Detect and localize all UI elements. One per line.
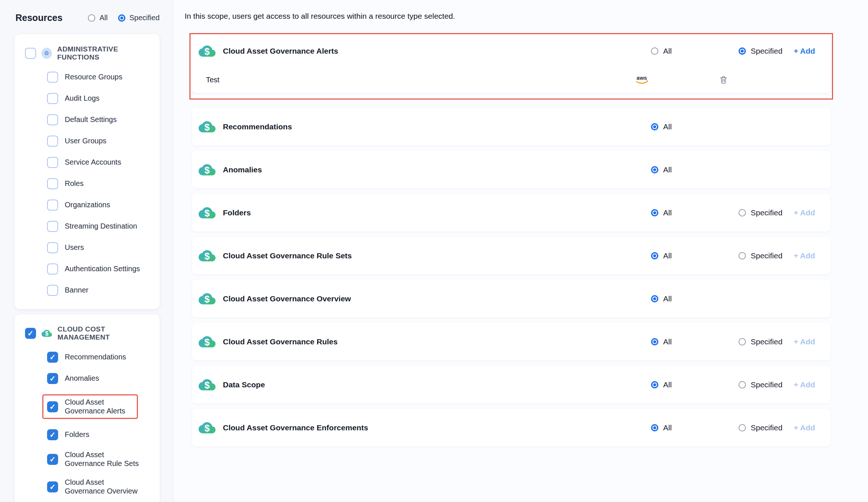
sidebar-item[interactable]: Roles bbox=[47, 178, 154, 189]
all-radio[interactable] bbox=[651, 123, 658, 130]
svg-text:$: $ bbox=[45, 330, 49, 337]
add-button[interactable]: + Add bbox=[794, 337, 815, 346]
all-radio[interactable] bbox=[651, 166, 658, 173]
sidebar-item[interactable]: ✓Anomalies bbox=[47, 373, 154, 384]
section-checkbox[interactable] bbox=[25, 48, 36, 59]
item-checkbox[interactable] bbox=[47, 178, 58, 189]
resource-title: Cloud Asset Governance Overview bbox=[223, 294, 351, 303]
row-scope-all[interactable]: All bbox=[651, 423, 672, 432]
specified-radio[interactable] bbox=[739, 424, 746, 431]
add-button[interactable]: + Add bbox=[794, 251, 815, 260]
row-scope-specified[interactable]: Specified bbox=[739, 337, 782, 346]
sidebar-item[interactable]: ✓Recommendations bbox=[47, 352, 154, 363]
add-button[interactable]: + Add bbox=[794, 380, 815, 389]
resources-scope-specified[interactable]: Specified bbox=[118, 14, 160, 22]
cloud-dollar-icon: $ bbox=[199, 43, 216, 60]
resource-row: $FoldersAllSpecified+ Add bbox=[192, 194, 830, 232]
sidebar-item[interactable]: Authentication Settings bbox=[47, 263, 154, 275]
specified-radio[interactable] bbox=[739, 252, 746, 259]
aws-provider-icon: aws bbox=[633, 73, 651, 86]
sidebar-item-highlighted[interactable]: ✓Cloud Asset Governance Alerts bbox=[42, 394, 138, 419]
row-scope-all[interactable]: All bbox=[651, 47, 672, 55]
item-checkbox[interactable] bbox=[47, 72, 58, 83]
all-radio-label: All bbox=[663, 294, 672, 303]
row-scope-specified[interactable]: Specified bbox=[739, 380, 782, 389]
item-checkbox[interactable]: ✓ bbox=[47, 401, 58, 412]
row-scope-all[interactable]: All bbox=[651, 294, 672, 303]
specified-radio[interactable] bbox=[739, 338, 746, 345]
item-checkbox[interactable]: ✓ bbox=[47, 429, 58, 440]
sidebar-item[interactable]: Users bbox=[47, 242, 154, 253]
svg-text:$: $ bbox=[204, 46, 210, 57]
specified-radio-label: Specified bbox=[751, 251, 782, 260]
all-radio[interactable] bbox=[651, 209, 658, 216]
all-radio[interactable] bbox=[651, 424, 658, 431]
item-checkbox[interactable] bbox=[47, 200, 58, 211]
item-label: Cloud Asset Governance Rule Sets bbox=[65, 451, 140, 468]
sidebar-item[interactable]: ✓Folders bbox=[47, 429, 154, 440]
row-scope-specified[interactable]: Specified bbox=[739, 251, 782, 260]
add-button[interactable]: + Add bbox=[794, 208, 815, 217]
resources-scope-all[interactable]: All bbox=[88, 14, 107, 22]
item-checkbox[interactable] bbox=[47, 221, 58, 232]
item-checkbox[interactable] bbox=[47, 136, 58, 147]
all-radio[interactable] bbox=[651, 338, 658, 345]
specified-radio[interactable] bbox=[739, 47, 746, 55]
all-radio[interactable] bbox=[88, 14, 95, 22]
resource-row: $Cloud Asset Governance Rule SetsAllSpec… bbox=[192, 237, 830, 275]
delete-entry-button[interactable] bbox=[719, 75, 728, 85]
resources-header: Resources All Specified bbox=[0, 0, 173, 23]
item-label: Cloud Asset Governance Overview bbox=[65, 478, 140, 495]
specified-radio[interactable] bbox=[739, 209, 746, 216]
sidebar-item[interactable]: Resource Groups bbox=[47, 72, 154, 83]
sidebar-item[interactable]: ✓Cloud Asset Governance Rule Sets bbox=[47, 451, 154, 468]
all-radio[interactable] bbox=[651, 47, 658, 55]
all-radio[interactable] bbox=[651, 381, 658, 388]
item-checkbox[interactable] bbox=[47, 114, 58, 125]
sidebar-item[interactable]: Organizations bbox=[47, 200, 154, 211]
item-checkbox[interactable]: ✓ bbox=[47, 352, 58, 363]
item-checkbox[interactable]: ✓ bbox=[47, 454, 58, 465]
row-scope-all[interactable]: All bbox=[651, 165, 672, 174]
trash-icon bbox=[719, 75, 728, 85]
row-scope-all[interactable]: All bbox=[651, 122, 672, 131]
section-header: ✓$CLOUD COST MANAGEMENT bbox=[25, 325, 154, 341]
item-checkbox[interactable] bbox=[47, 242, 58, 253]
all-radio[interactable] bbox=[651, 295, 658, 302]
specified-radio-label: Specified bbox=[751, 208, 782, 217]
item-checkbox[interactable]: ✓ bbox=[47, 373, 58, 384]
sidebar-item[interactable]: Service Accounts bbox=[47, 157, 154, 168]
row-scope-specified[interactable]: Specified bbox=[739, 423, 782, 432]
resource-title: Cloud Asset Governance Alerts bbox=[223, 47, 338, 55]
sidebar-item[interactable]: Banner bbox=[47, 285, 154, 296]
item-checkbox[interactable] bbox=[47, 93, 58, 104]
sidebar-item[interactable]: ✓Cloud Asset Governance Overview bbox=[47, 478, 154, 495]
sidebar-item[interactable]: User Groups bbox=[47, 136, 154, 147]
item-checkbox[interactable] bbox=[47, 285, 58, 296]
all-radio[interactable] bbox=[651, 252, 658, 259]
section-checkbox[interactable]: ✓ bbox=[25, 328, 36, 339]
row-scope-all[interactable]: All bbox=[651, 380, 672, 389]
sidebar-item[interactable]: Audit Logs bbox=[47, 93, 154, 104]
resource-row-card: $Cloud Asset Governance OverviewAll bbox=[192, 280, 830, 318]
resource-row: $AnomaliesAll bbox=[192, 151, 830, 189]
add-button[interactable]: + Add bbox=[794, 47, 815, 55]
sidebar-item[interactable]: Default Settings bbox=[47, 114, 154, 125]
resources-sidebar: Resources All Specified ⚙ADMINISTRATIVE … bbox=[0, 0, 173, 502]
row-scope-all[interactable]: All bbox=[651, 251, 672, 260]
specified-radio[interactable] bbox=[118, 14, 125, 22]
row-scope-all[interactable]: All bbox=[651, 208, 672, 217]
add-button[interactable]: + Add bbox=[794, 423, 815, 432]
item-checkbox[interactable] bbox=[47, 263, 58, 275]
row-scope-specified[interactable]: Specified bbox=[739, 47, 782, 55]
cloud-dollar-icon: $ bbox=[199, 161, 216, 178]
item-checkbox[interactable]: ✓ bbox=[47, 481, 58, 492]
item-label: User Groups bbox=[65, 137, 106, 146]
all-radio-label: All bbox=[663, 423, 672, 432]
sidebar-item[interactable]: Streaming Destination bbox=[47, 221, 154, 232]
row-scope-all[interactable]: All bbox=[651, 337, 672, 346]
specified-radio[interactable] bbox=[739, 381, 746, 388]
row-scope-specified[interactable]: Specified bbox=[739, 208, 782, 217]
item-label: Cloud Asset Governance Alerts bbox=[65, 398, 132, 415]
item-checkbox[interactable] bbox=[47, 157, 58, 168]
